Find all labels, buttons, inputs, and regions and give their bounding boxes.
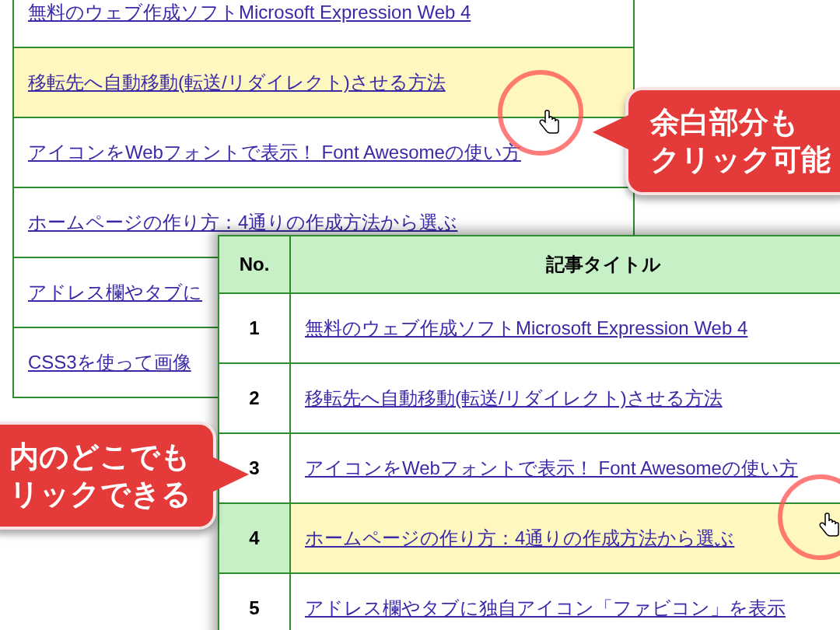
front-header-title: 記事タイトル bbox=[290, 236, 840, 293]
article-link[interactable]: CSS3を使って画像 bbox=[28, 352, 191, 373]
article-link[interactable]: ホームページの作り方：4通りの作成方法から選ぶ bbox=[28, 212, 457, 233]
article-title-cell[interactable]: ホームページの作り方：4通りの作成方法から選ぶ bbox=[290, 503, 840, 573]
article-link[interactable]: 無料のウェブ作成ソフトMicrosoft Expression Web 4 bbox=[305, 317, 747, 338]
article-link[interactable]: 移転先へ自動移動(転送/リダイレクト)させる方法 bbox=[28, 72, 446, 93]
row-number-cell: 4 bbox=[219, 503, 290, 573]
table-row[interactable]: 2移転先へ自動移動(転送/リダイレクト)させる方法 bbox=[219, 363, 840, 433]
article-title-cell[interactable]: アイコンをWebフォントで表示！ Font Awesomeの使い方 bbox=[290, 433, 840, 503]
table-row[interactable]: アイコンをWebフォントで表示！ Font Awesomeの使い方 bbox=[13, 117, 634, 187]
callout-tail-icon bbox=[210, 456, 249, 493]
table-row[interactable]: 1無料のウェブ作成ソフトMicrosoft Expression Web 4 bbox=[219, 293, 840, 363]
front-article-table: No. 記事タイトル 1無料のウェブ作成ソフトMicrosoft Express… bbox=[218, 235, 840, 630]
article-link[interactable]: ホームページの作り方：4通りの作成方法から選ぶ bbox=[305, 527, 734, 548]
article-title-cell[interactable]: 移転先へ自動移動(転送/リダイレクト)させる方法 bbox=[290, 363, 840, 433]
article-link[interactable]: アドレス欄やタブに bbox=[28, 282, 202, 303]
article-title-cell[interactable]: 無料のウェブ作成ソフトMicrosoft Expression Web 4 bbox=[290, 293, 840, 363]
table-row[interactable]: 無料のウェブ作成ソフトMicrosoft Expression Web 4 bbox=[13, 0, 634, 47]
callout-bottom-line1: 内のどこでも bbox=[9, 440, 191, 473]
article-title-cell[interactable]: アイコンをWebフォントで表示！ Font Awesomeの使い方 bbox=[13, 117, 634, 187]
callout-top-line1: 余白部分も bbox=[650, 106, 799, 138]
article-link[interactable]: アイコンをWebフォントで表示！ Font Awesomeの使い方 bbox=[28, 142, 521, 163]
article-title-cell[interactable]: 移転先へ自動移動(転送/リダイレクト)させる方法 bbox=[13, 47, 634, 117]
row-number-cell: 1 bbox=[219, 293, 290, 363]
callout-top: 余白部分も クリック可能 bbox=[625, 87, 840, 195]
callout-tail-icon bbox=[593, 114, 632, 151]
row-number-cell: 5 bbox=[219, 573, 290, 630]
front-table-body: 1無料のウェブ作成ソフトMicrosoft Expression Web 42移… bbox=[219, 293, 840, 630]
article-link[interactable]: 無料のウェブ作成ソフトMicrosoft Expression Web 4 bbox=[28, 2, 471, 23]
article-title-cell[interactable]: 無料のウェブ作成ソフトMicrosoft Expression Web 4 bbox=[13, 0, 634, 47]
table-row[interactable]: 4ホームページの作り方：4通りの作成方法から選ぶ bbox=[219, 503, 840, 573]
table-row[interactable]: 3アイコンをWebフォントで表示！ Font Awesomeの使い方 bbox=[219, 433, 840, 503]
article-link[interactable]: アドレス欄やタブに独自アイコン「ファビコン」を表示 bbox=[305, 597, 786, 618]
table-row[interactable]: 5アドレス欄やタブに独自アイコン「ファビコン」を表示 bbox=[219, 573, 840, 630]
front-header-no: No. bbox=[219, 236, 290, 293]
table-row[interactable]: 移転先へ自動移動(転送/リダイレクト)させる方法 bbox=[13, 47, 634, 117]
row-number-cell: 2 bbox=[219, 363, 290, 433]
article-link[interactable]: アイコンをWebフォントで表示！ Font Awesomeの使い方 bbox=[305, 457, 798, 478]
callout-top-line2: クリック可能 bbox=[650, 143, 831, 176]
article-title-cell[interactable]: アドレス欄やタブに独自アイコン「ファビコン」を表示 bbox=[290, 573, 840, 630]
article-link[interactable]: 移転先へ自動移動(転送/リダイレクト)させる方法 bbox=[305, 387, 723, 408]
front-table-wrapper: No. 記事タイトル 1無料のウェブ作成ソフトMicrosoft Express… bbox=[218, 235, 840, 630]
callout-bottom-line2: リックできる bbox=[9, 478, 191, 510]
callout-bottom: 内のどこでも リックできる bbox=[0, 422, 216, 530]
